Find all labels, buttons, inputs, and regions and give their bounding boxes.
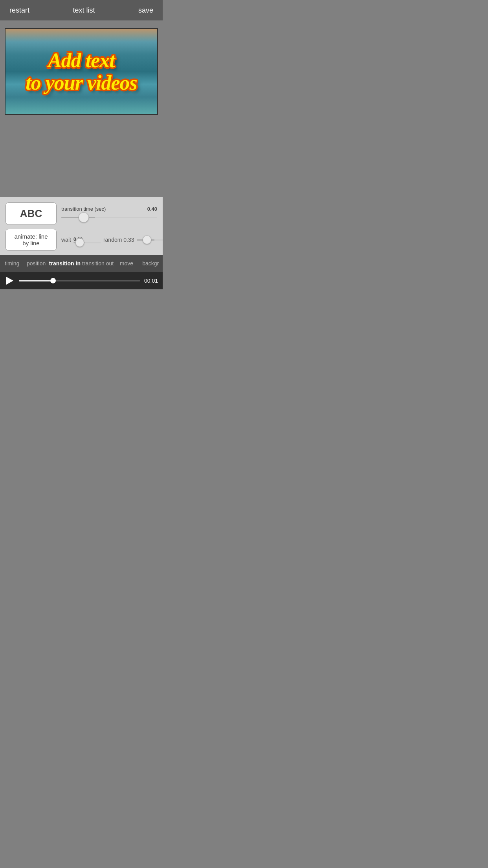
save-button[interactable]: save (137, 3, 155, 18)
controls-panel: ABC transition time (sec) 0.40 animate: … (0, 197, 163, 255)
text-list-button[interactable]: text list (71, 3, 96, 18)
progress-bar[interactable] (19, 280, 140, 281)
wait-label: wait (61, 237, 71, 243)
transition-time-section: transition time (sec) 0.40 (61, 206, 157, 221)
video-text-line1: Add text (48, 49, 115, 72)
time-display: 00:01 (144, 278, 158, 284)
progress-thumb[interactable] (50, 278, 56, 283)
wait-slider[interactable] (73, 242, 101, 243)
transition-time-label: transition time (sec) (61, 206, 106, 212)
transition-time-slider[interactable] (61, 217, 157, 218)
video-text-line2: to your videos (26, 72, 137, 94)
tab-position[interactable]: position (24, 256, 48, 271)
restart-button[interactable]: restart (8, 3, 31, 18)
bottom-tab-bar: timing position transition in transition… (0, 255, 163, 272)
transition-time-label-row: transition time (sec) 0.40 (61, 206, 157, 212)
tab-transition-out[interactable]: transition out (81, 256, 114, 271)
gray-spacer (0, 119, 163, 197)
controls-row-1: ABC transition time (sec) 0.40 (6, 202, 157, 225)
transition-time-value: 0.40 (147, 206, 157, 212)
play-icon (6, 277, 13, 285)
app-root: restart text list save Add text to your … (0, 0, 163, 289)
wait-random-group: wait 0.20 random 0.33 (61, 237, 163, 243)
wait-slider-wrap: 0.20 (73, 237, 101, 243)
progress-fill (19, 280, 53, 281)
video-preview-container: Add text to your videos (0, 20, 163, 119)
tab-timing[interactable]: timing (0, 256, 24, 271)
abc-button[interactable]: ABC (6, 202, 57, 225)
top-nav: restart text list save (0, 0, 163, 20)
tab-transition-in[interactable]: transition in (48, 256, 81, 271)
tab-move[interactable]: move (114, 256, 138, 271)
animate-button[interactable]: animate: line by line (6, 229, 57, 251)
playback-bar: 00:01 (0, 272, 163, 289)
random-slider[interactable] (137, 239, 163, 241)
play-button[interactable] (5, 275, 15, 286)
tab-background[interactable]: backgr (139, 256, 163, 271)
random-label: random 0.33 (103, 237, 134, 243)
transition-time-slider-track (61, 213, 157, 221)
video-overlay-text: Add text to your videos (6, 29, 157, 114)
video-preview[interactable]: Add text to your videos (5, 28, 158, 115)
controls-row-2: animate: line by line wait 0.20 random 0… (6, 229, 157, 251)
